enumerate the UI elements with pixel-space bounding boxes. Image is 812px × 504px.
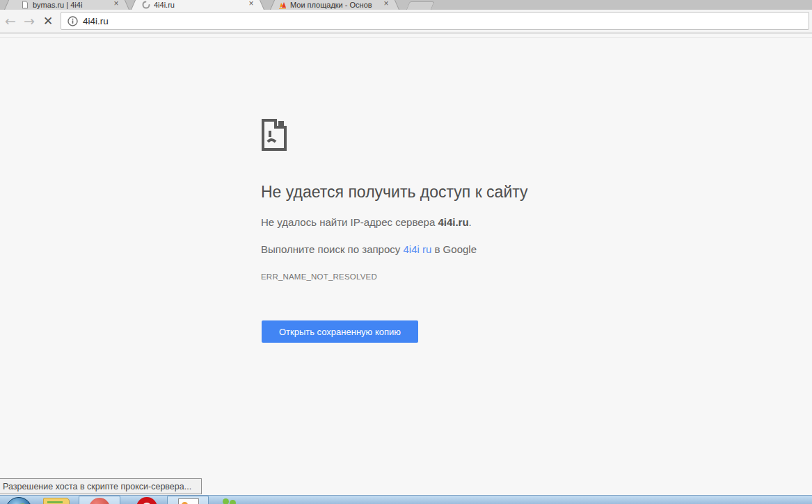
windows-taskbar	[0, 495, 812, 504]
tab-close-icon[interactable]: ×	[246, 0, 256, 9]
taskbar-app-button-window[interactable]	[167, 496, 209, 504]
forward-button-icon[interactable]: →	[20, 11, 38, 31]
desktop: { "tabs": [ { "title": "bymas.ru | 4i4i"…	[0, 0, 812, 504]
back-button-icon[interactable]: ←	[1, 11, 19, 31]
taskbar-app-button-red[interactable]	[79, 496, 120, 504]
tab-title: 4i4i.ru	[154, 1, 246, 9]
error-title: Не удается получить доступ к сайту	[261, 183, 528, 202]
tab-content: bymas.ru | 4i4i	[21, 0, 111, 10]
address-url-text[interactable]: 4i4i.ru	[83, 16, 109, 26]
tab-content: Мои площадки - Основ	[278, 0, 381, 10]
new-tab-button[interactable]	[406, 1, 434, 10]
error-suggestion-text: Выполните поиск по запросу 4i4i ru в Goo…	[261, 243, 477, 255]
suggestion-suffix: в Google	[431, 243, 477, 255]
flame-favicon-icon	[278, 1, 287, 9]
explorer-taskbar-icon[interactable]	[43, 498, 70, 504]
opera-taskbar-icon[interactable]	[136, 497, 157, 504]
tab-bymas[interactable]: bymas.ru | 4i4i ×	[4, 0, 129, 10]
tab-close-icon[interactable]: ×	[111, 0, 121, 9]
stop-button-icon[interactable]: ✕	[39, 11, 57, 31]
tab-title: bymas.ru | 4i4i	[33, 1, 111, 9]
red-app-icon	[89, 498, 110, 504]
error-code: ERR_NAME_NOT_RESOLVED	[261, 273, 377, 281]
detail-domain: 4i4i.ru	[438, 216, 468, 228]
error-detail-text: Не удалось найти IP-адрес сервера 4i4i.r…	[261, 216, 472, 228]
sad-page-icon	[261, 118, 287, 152]
start-button[interactable]	[6, 497, 32, 504]
page-info-icon[interactable]	[67, 16, 78, 26]
status-bar: Разрешение хоста в скрипте прокси-сервер…	[0, 478, 202, 494]
tab-close-icon[interactable]: ×	[381, 0, 391, 9]
search-query-link[interactable]: 4i4i ru	[403, 243, 431, 255]
tab-title: Мои площадки - Основ	[290, 1, 381, 9]
browser-toolbar: ← → ✕ 4i4i.ru	[0, 10, 812, 33]
tab-content: 4i4i.ru	[142, 0, 246, 10]
app-window-icon	[178, 498, 199, 504]
suggestion-prefix: Выполните поиск по запросу	[261, 243, 403, 255]
tab-strip: bymas.ru | 4i4i × 4i4i.ru × Мои площадки…	[0, 0, 812, 10]
open-cached-copy-button[interactable]: Открыть сохраненную копию	[262, 320, 418, 343]
tab-moi-ploshchadki[interactable]: Мои площадки - Основ ×	[270, 0, 399, 10]
tab-4i4i-active[interactable]: 4i4i.ru ×	[131, 0, 264, 10]
detail-prefix: Не удалось найти IP-адрес сервера	[261, 216, 438, 228]
address-bar[interactable]: 4i4i.ru	[61, 12, 809, 30]
toolbar-divider	[0, 37, 812, 38]
loading-spinner-icon	[142, 1, 150, 9]
page-favicon-icon	[21, 1, 29, 9]
detail-suffix: .	[469, 216, 472, 228]
green-app-icon[interactable]	[221, 498, 238, 504]
